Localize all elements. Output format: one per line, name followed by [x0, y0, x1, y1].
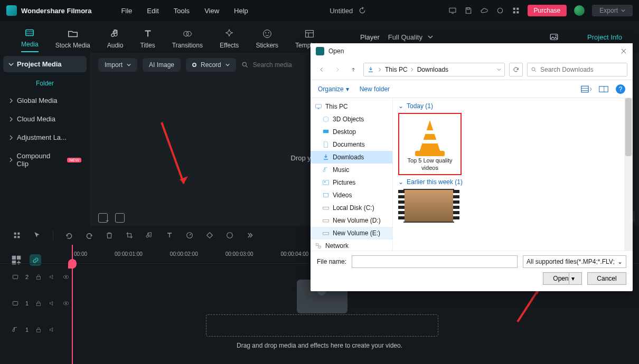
nav-up-button[interactable] [347, 64, 359, 75]
tree-music[interactable]: Music [311, 164, 392, 176]
apps-icon[interactable] [512, 6, 520, 15]
cancel-button[interactable]: Cancel [587, 272, 626, 285]
tree-this-pc[interactable]: This PC [311, 100, 392, 113]
new-folder-button[interactable]: New folder [360, 85, 390, 93]
dialog-search[interactable] [527, 63, 627, 76]
tab-media[interactable]: Media [21, 27, 39, 52]
document-title[interactable]: Untitled [330, 6, 367, 15]
dialog-titlebar[interactable]: Open [311, 43, 633, 59]
tree-pictures[interactable]: Pictures [311, 176, 392, 189]
new-bin-icon[interactable]: + [98, 213, 108, 223]
chevron-down-icon[interactable] [497, 68, 501, 72]
color-icon[interactable] [225, 231, 234, 240]
nav-back-button[interactable] [316, 64, 327, 75]
drive-icon [322, 217, 330, 224]
timeline-drop-outline[interactable] [206, 314, 438, 337]
tablet-icon[interactable] [448, 6, 457, 15]
open-button[interactable]: Open▾ [543, 272, 582, 285]
tab-stock-media[interactable]: Stock Media [55, 28, 90, 52]
tree-desktop[interactable]: Desktop [311, 126, 392, 138]
breadcrumb-this-pc[interactable]: This PC [385, 66, 414, 73]
lock-icon[interactable] [35, 300, 42, 307]
delete-icon[interactable] [105, 231, 114, 240]
tree-network[interactable]: Network [311, 240, 392, 251]
text-tool-icon[interactable] [165, 231, 174, 240]
tree-volume-d[interactable]: New Volume (D:) [311, 214, 392, 227]
sidebar-project-media[interactable]: Project Media [3, 56, 87, 72]
sidebar-cloud-media[interactable]: Cloud Media [3, 111, 87, 127]
cursor-icon[interactable] [33, 231, 41, 240]
mute-icon[interactable] [49, 326, 56, 333]
tree-3d-objects[interactable]: 3D Objects [311, 113, 392, 126]
preview-pane-icon[interactable] [599, 85, 608, 93]
menu-tools[interactable]: Tools [174, 7, 190, 15]
tab-stickers[interactable]: Stickers [256, 28, 278, 52]
bin-icon[interactable] [115, 213, 125, 223]
breadcrumb-downloads[interactable]: Downloads [417, 66, 448, 73]
snapshot-icon[interactable] [549, 32, 559, 42]
sidebar-adjustment-layer[interactable]: Adjustment La... [3, 129, 87, 146]
folder-tree[interactable]: This PC 3D Objects Desktop Documents Dow… [311, 98, 393, 251]
media-search-input[interactable] [253, 61, 311, 69]
help-icon[interactable]: ? [616, 84, 625, 94]
file-name-label: File name: [317, 258, 346, 265]
sidebar-global-media[interactable]: Global Media [3, 92, 87, 109]
visibility-icon[interactable] [62, 273, 70, 281]
visibility-icon[interactable] [62, 300, 70, 307]
avatar[interactable] [574, 5, 585, 16]
group-earlier[interactable]: ⌄Earlier this week (1) [398, 178, 627, 186]
crop-icon[interactable] [125, 231, 134, 240]
mute-icon[interactable] [49, 300, 56, 307]
file-scrollbar[interactable] [624, 98, 633, 251]
open-dropdown[interactable]: ▾ [569, 273, 577, 284]
tree-local-disk-c[interactable]: Local Disk (C:) [311, 202, 392, 214]
file-type-select[interactable]: All supported files(*.MP4;*.FLV;⌄ [523, 255, 626, 268]
menu-file[interactable]: File [121, 7, 132, 15]
breadcrumb-bar[interactable]: This PC Downloads [363, 63, 505, 76]
purchase-button[interactable]: Purchase [528, 5, 567, 16]
menu-help[interactable]: Help [234, 7, 248, 15]
file-list[interactable]: ⌄Today (1) Top 5 Low quality videos ⌄Ear… [393, 98, 633, 251]
sidebar-compound-clip[interactable]: Compound ClipNEW [3, 148, 87, 172]
tree-videos[interactable]: Videos [311, 189, 392, 202]
dialog-search-input[interactable] [540, 66, 624, 73]
lock-icon[interactable] [35, 326, 42, 333]
refresh-button[interactable] [509, 63, 523, 76]
tree-documents[interactable]: Documents [311, 138, 392, 151]
group-today[interactable]: ⌄Today (1) [398, 102, 627, 110]
view-options-icon[interactable] [581, 85, 591, 93]
export-button[interactable]: Export [592, 5, 633, 16]
keyframe-icon[interactable] [205, 231, 214, 240]
tree-downloads[interactable]: Downloads [311, 151, 392, 164]
close-icon[interactable] [620, 47, 627, 55]
grid-icon[interactable] [13, 231, 21, 240]
tab-effects[interactable]: Effects [220, 28, 239, 52]
file-item[interactable] [403, 189, 454, 223]
nav-forward-button[interactable] [332, 64, 343, 75]
file-name-input[interactable] [352, 255, 518, 268]
tab-transitions[interactable]: Transitions [172, 28, 203, 52]
organize-menu[interactable]: Organize ▾ [318, 85, 349, 93]
tab-titles[interactable]: Titles [140, 28, 155, 52]
cloud-icon[interactable] [480, 6, 488, 15]
import-button[interactable]: Import [98, 58, 137, 72]
menu-view[interactable]: View [204, 7, 219, 15]
tree-volume-e[interactable]: New Volume (E:) [311, 227, 392, 240]
support-icon[interactable] [496, 6, 504, 15]
lock-icon[interactable] [35, 273, 42, 281]
tab-audio[interactable]: Audio [107, 28, 124, 52]
file-item-selected[interactable]: Top 5 Low quality videos [398, 113, 462, 175]
menu-edit[interactable]: Edit [147, 7, 158, 15]
speed-icon[interactable] [185, 231, 194, 240]
record-button[interactable]: Record [186, 58, 236, 72]
more-icon[interactable] [246, 231, 254, 240]
ai-image-button[interactable]: AI Image [143, 58, 181, 72]
quality-select[interactable]: Full Quality [388, 33, 433, 41]
media-search[interactable] [241, 61, 311, 69]
redo-icon[interactable] [85, 231, 93, 240]
save-icon[interactable] [464, 6, 473, 15]
audio-edit-icon[interactable] [145, 231, 154, 240]
mute-icon[interactable] [49, 273, 56, 281]
undo-icon[interactable] [65, 231, 73, 240]
folder-label[interactable]: Folder [3, 74, 87, 92]
